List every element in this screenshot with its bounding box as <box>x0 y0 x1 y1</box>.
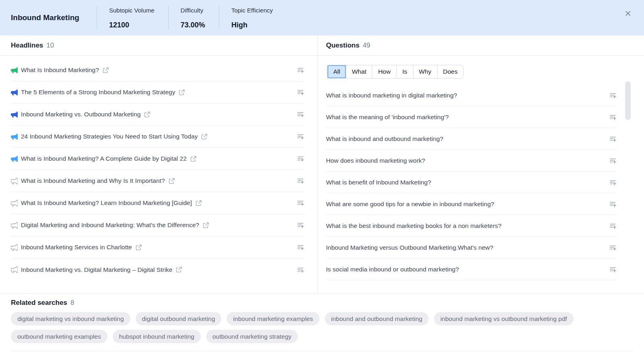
question-filter-tab[interactable]: Is <box>396 65 413 78</box>
question-text: What is the meaning of 'inbound marketin… <box>326 114 449 121</box>
external-link-icon <box>103 67 109 73</box>
questions-scrollbar-thumb[interactable] <box>625 81 631 120</box>
add-to-list-button[interactable] <box>297 89 304 96</box>
external-link-button[interactable] <box>144 112 150 118</box>
add-to-list-button[interactable] <box>609 179 617 186</box>
megaphone-icon <box>11 111 18 118</box>
external-link-button[interactable] <box>203 222 209 228</box>
headlines-list: What Is Inbound Marketing? <box>11 59 304 281</box>
related-search-tag[interactable]: outbound marketing strategy <box>206 330 298 343</box>
question-row: Is social media inbound or outbound mark… <box>326 259 617 280</box>
question-row: What is inbound marketing in digital mar… <box>326 85 617 106</box>
topic-title: Inbound Marketing <box>0 13 97 22</box>
external-link-icon <box>203 222 209 228</box>
megaphone-icon <box>11 200 18 207</box>
headline-row: What Is Inbound Marketing? <box>11 59 304 81</box>
headline-row: What is Inbound Marketing? A Complete Gu… <box>11 148 304 170</box>
external-link-button[interactable] <box>201 134 207 140</box>
external-link-icon <box>201 134 207 140</box>
headline-link[interactable]: What Is Inbound Marketing? Learn Inbound… <box>21 199 192 207</box>
add-to-list-icon <box>609 244 617 251</box>
add-to-list-button[interactable] <box>297 244 304 251</box>
add-to-list-button[interactable] <box>297 221 304 229</box>
question-filter-tab[interactable]: All <box>327 65 346 78</box>
headline-link[interactable]: What is Inbound Marketing and Why Is It … <box>21 177 165 184</box>
add-to-list-button[interactable] <box>609 114 617 121</box>
topic-stats: Subtopic Volume 12100 Difficulty 73.00% … <box>97 0 287 35</box>
related-search-tag[interactable]: hubspot inbound marketing <box>113 330 201 343</box>
question-row: What are some good tips for a newbie in … <box>326 193 617 215</box>
question-row: What is benefit of Inbound Marketing? <box>326 172 617 193</box>
question-filter-tab[interactable]: Does <box>437 65 463 78</box>
external-link-button[interactable] <box>190 156 196 162</box>
add-to-list-button[interactable] <box>297 199 304 207</box>
related-search-tag[interactable]: inbound and outbound marketing <box>325 312 429 325</box>
external-link-button[interactable] <box>103 67 109 73</box>
question-row: What is inbound and outbound marketing? <box>326 128 617 150</box>
external-link-button[interactable] <box>179 89 185 95</box>
headline-link[interactable]: Inbound Marketing vs. Digital Marketing … <box>21 266 172 273</box>
external-link-button[interactable] <box>136 244 142 250</box>
headline-link[interactable]: What Is Inbound Marketing? <box>21 66 99 74</box>
question-row: What is the meaning of 'inbound marketin… <box>326 106 617 128</box>
megaphone-icon <box>11 89 18 96</box>
stat-label: Difficulty <box>181 7 205 14</box>
add-to-list-button[interactable] <box>297 266 304 273</box>
stat-value: 73.00% <box>181 21 205 29</box>
question-text: What are some good tips for a newbie in … <box>326 201 494 208</box>
headline-row: What Is Inbound Marketing? Learn Inbound… <box>11 192 304 214</box>
question-text: What is inbound marketing in digital mar… <box>326 92 457 99</box>
add-to-list-icon <box>297 111 304 118</box>
related-search-tag[interactable]: outbound marketing examples <box>11 330 107 343</box>
external-link-button[interactable] <box>169 178 175 184</box>
headline-row: Inbound Marketing vs. Outbound Marketing <box>11 103 304 126</box>
add-to-list-button[interactable] <box>609 157 617 164</box>
add-to-list-icon <box>297 221 304 229</box>
question-text: What is the best inbound marketing books… <box>326 222 502 230</box>
headline-link[interactable]: What is Inbound Marketing? A Complete Gu… <box>21 155 187 162</box>
question-row: Inbound Marketing versus Outbound Market… <box>326 237 617 259</box>
related-search-tag[interactable]: digital outbound marketing <box>136 312 222 325</box>
headlines-count: 10 <box>46 41 54 50</box>
question-filter-tab[interactable]: What <box>346 65 372 78</box>
external-link-icon <box>196 200 202 206</box>
add-to-list-button[interactable] <box>297 177 304 184</box>
headline-row: Digital Marketing and Inbound Marketing:… <box>11 214 304 236</box>
external-link-button[interactable] <box>196 200 202 206</box>
headlines-section: Headlines 10 What Is Inbound Marketing? <box>0 35 318 293</box>
related-search-tag[interactable]: digital marketing vs inbound marketing <box>11 312 130 325</box>
add-to-list-icon <box>609 135 617 143</box>
question-filter-tab[interactable]: How <box>372 65 396 78</box>
add-to-list-icon <box>609 157 617 164</box>
headlines-title: Headlines <box>11 41 43 50</box>
add-to-list-icon <box>609 266 617 273</box>
headline-link[interactable]: 24 Inbound Marketing Strategies You Need… <box>21 133 198 140</box>
close-icon: ✕ <box>624 9 632 18</box>
add-to-list-button[interactable] <box>609 92 617 99</box>
add-to-list-button[interactable] <box>609 222 617 230</box>
headline-link[interactable]: Inbound Marketing Services in Charlotte <box>21 244 132 251</box>
add-to-list-button[interactable] <box>609 201 617 208</box>
headline-link[interactable]: Inbound Marketing vs. Outbound Marketing <box>21 111 140 118</box>
questions-header: Questions 49 <box>318 35 644 56</box>
headline-row: The 5 Elements of a Strong Inbound Marke… <box>11 81 304 103</box>
question-filter-tab[interactable]: Why <box>413 65 437 78</box>
related-search-tag[interactable]: inbound marketing examples <box>227 312 319 325</box>
add-to-list-button[interactable] <box>609 266 617 273</box>
external-link-button[interactable] <box>176 267 182 273</box>
add-to-list-button[interactable] <box>297 155 304 162</box>
add-to-list-button[interactable] <box>297 133 304 140</box>
headline-link[interactable]: Digital Marketing and Inbound Marketing:… <box>21 221 199 229</box>
bottom-divider <box>11 351 633 351</box>
add-to-list-button[interactable] <box>297 111 304 118</box>
question-text: Is social media inbound or outbound mark… <box>326 266 459 273</box>
question-text: What is inbound and outbound marketing? <box>326 135 443 143</box>
add-to-list-button[interactable] <box>609 244 617 251</box>
close-button[interactable]: ✕ <box>622 8 634 19</box>
headline-link[interactable]: The 5 Elements of a Strong Inbound Marke… <box>21 89 175 96</box>
add-to-list-button[interactable] <box>297 66 304 74</box>
topic-stat: Subtopic Volume 12100 <box>97 6 168 29</box>
add-to-list-button[interactable] <box>609 135 617 143</box>
related-search-tag[interactable]: inbound marketing vs outbound marketing … <box>434 312 574 325</box>
questions-title: Questions <box>326 41 359 50</box>
